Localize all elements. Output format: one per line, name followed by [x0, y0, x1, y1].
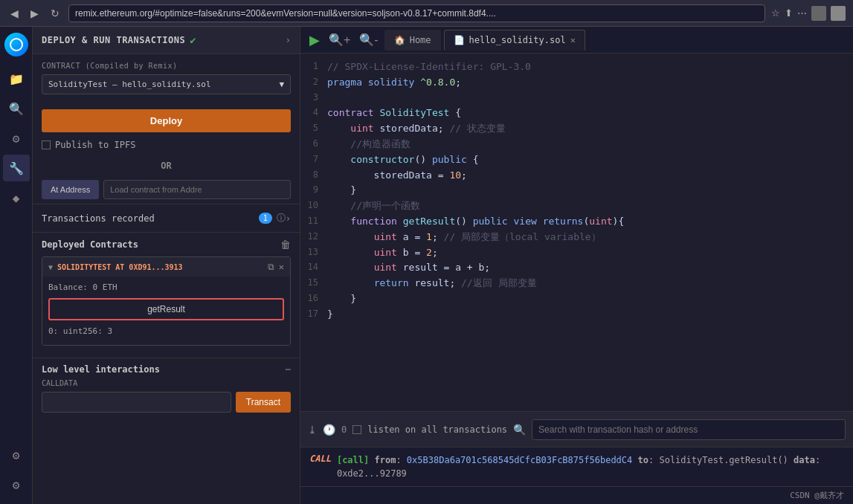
- terminal-search-icon[interactable]: 🔍: [513, 424, 526, 436]
- log-data-label: data:: [794, 455, 820, 465]
- sidebar-item-settings2[interactable]: ⚙: [3, 471, 30, 498]
- copy-icon[interactable]: ⧉: [268, 262, 274, 272]
- trash-icon[interactable]: 🗑: [280, 239, 291, 251]
- log-text: [call] from: 0x5B38Da6a701c568545dCfcB03…: [337, 453, 844, 480]
- csdn-badge: CSDN @戴齐才: [790, 490, 844, 501]
- icon-sidebar: 📁 🔍 ⚙ 🔧 ◆ ⚙ ⚙: [0, 27, 33, 504]
- transactions-badge: 1: [259, 213, 272, 224]
- terminal-down-button[interactable]: ⤓: [308, 424, 317, 436]
- log-entry: CALL [call] from: 0x5B38Da6a701c568545dC…: [309, 453, 844, 480]
- terminal-bar: ⤓ 🕐 0 listen on all transactions 🔍: [300, 411, 853, 447]
- code-line-12: 12 uint a = 1; // 局部变量（local variable）: [300, 230, 853, 245]
- sidebar-item-search[interactable]: 🔍: [3, 95, 30, 122]
- sidebar-item-deploy[interactable]: 🔧: [3, 155, 30, 181]
- contract-label: CONTRACT (Compiled by Remix): [42, 62, 291, 70]
- code-line-8: 8 storedData = 10;: [300, 168, 853, 184]
- sidebar-item-settings[interactable]: ⚙: [3, 442, 30, 468]
- expand-icon[interactable]: ›: [286, 35, 291, 45]
- terminal-clock-button[interactable]: 🕐: [323, 424, 335, 436]
- browser-bar: ◀ ▶ ↻ ☆ ⬆ ⋯: [0, 0, 853, 27]
- code-line-11: 11 function getResult() public view retu…: [300, 214, 853, 230]
- log-to-value: SolidityTest.getResult(): [659, 455, 788, 465]
- call-badge: CALL: [309, 453, 331, 464]
- code-line-4: 4 contract SolidityTest {: [300, 106, 853, 121]
- code-editor[interactable]: 1 // SPDX-License-Identifier: GPL-3.0 2 …: [300, 54, 853, 411]
- calldata-input[interactable]: [42, 392, 231, 413]
- deploy-panel-header: DEPLOY & RUN TRANSACTIONS ✔ ›: [33, 27, 300, 54]
- more-icon[interactable]: ⋯: [797, 7, 807, 19]
- listen-label: listen on all transactions: [367, 424, 507, 435]
- code-line-17: 17 }: [300, 307, 853, 323]
- publish-checkbox[interactable]: [42, 140, 51, 149]
- extension-icon: [831, 6, 846, 21]
- transact-button[interactable]: Transact: [236, 392, 291, 413]
- contract-select-value: SolidityTest – hello_solidity.sol: [48, 80, 211, 89]
- code-line-6: 6 //构造器函数: [300, 137, 853, 152]
- listen-checkbox[interactable]: [353, 425, 361, 434]
- getresult-button[interactable]: getResult: [48, 298, 284, 320]
- return-value: 0: uint256: 3: [48, 323, 284, 339]
- contract-body: Balance: 0 ETH getResult 0: uint256: 3: [42, 277, 290, 345]
- transact-row: Transact: [42, 392, 291, 413]
- nav-refresh-button[interactable]: ↻: [48, 6, 62, 21]
- contract-instance-name: SOLIDITYTEST AT 0XD91...3913: [57, 263, 263, 271]
- tab-close-icon[interactable]: ✕: [570, 35, 576, 45]
- contract-select[interactable]: SolidityTest – hello_solidity.sol ▼: [42, 74, 291, 94]
- bottom-status: CSDN @戴齐才: [300, 486, 853, 504]
- publish-label: Publish to IPFS: [55, 140, 135, 150]
- calldata-label: CALLDATA: [42, 379, 291, 387]
- run-button[interactable]: ▶: [306, 32, 323, 48]
- sidebar-item-plugin[interactable]: ◆: [3, 184, 30, 211]
- bookmark-icon[interactable]: ☆: [771, 7, 780, 19]
- code-line-7: 7 constructor() public {: [300, 152, 853, 168]
- main-layout: 📁 🔍 ⚙ 🔧 ◆ ⚙ ⚙ DEPLOY & RUN TRANSACTIONS …: [0, 27, 853, 504]
- code-line-5: 5 uint storedData; // 状态变量: [300, 121, 853, 137]
- low-level-section: Low level interactions ⋯ CALLDATA Transa…: [33, 358, 300, 419]
- code-line-10: 10 //声明一个函数: [300, 198, 853, 214]
- terminal-count: 0: [341, 424, 347, 435]
- editor-area: ▶ 🔍+ 🔍- 🏠 Home 📄 hello_solidity.sol ✕ 1 …: [300, 27, 853, 504]
- nav-back-button[interactable]: ◀: [7, 6, 22, 21]
- sidebar-item-compiler[interactable]: ⚙: [3, 125, 30, 152]
- transaction-log: CALL [call] from: 0x5B38Da6a701c568545dC…: [300, 447, 853, 486]
- load-contract-input[interactable]: [103, 180, 291, 199]
- close-icon[interactable]: ✕: [279, 262, 284, 272]
- contract-section: CONTRACT (Compiled by Remix) SolidityTes…: [33, 54, 300, 102]
- share-icon[interactable]: ⬆: [785, 7, 793, 19]
- transactions-bar[interactable]: Transactions recorded 1 ⓘ ›: [33, 204, 300, 233]
- low-level-info-icon[interactable]: ⋯: [286, 364, 291, 375]
- home-tab-icon: 🏠: [394, 35, 405, 45]
- file-tab-label: hello_solidity.sol: [469, 35, 566, 45]
- terminal-search-input[interactable]: [532, 419, 846, 440]
- log-data-value: 0xde2...92789: [337, 468, 407, 479]
- or-divider: OR: [33, 156, 300, 175]
- deployed-title: Deployed Contracts: [42, 239, 280, 250]
- remix-logo: [4, 33, 28, 56]
- code-line-1: 1 // SPDX-License-Identifier: GPL-3.0: [300, 59, 853, 75]
- tab-home[interactable]: 🏠 Home: [384, 30, 441, 51]
- deployed-section: Deployed Contracts 🗑 ▼ SOLIDITYTEST AT 0…: [33, 233, 300, 358]
- code-line-9: 9 }: [300, 183, 853, 198]
- deployed-header: Deployed Contracts 🗑: [42, 239, 291, 251]
- contract-instance-header: ▼ SOLIDITYTEST AT 0XD91...3913 ⧉ ✕: [42, 257, 290, 277]
- at-address-button[interactable]: At Address: [42, 180, 99, 199]
- info-icon[interactable]: ⓘ: [277, 212, 286, 224]
- zoom-out-button[interactable]: 🔍-: [356, 33, 381, 47]
- nav-forward-button[interactable]: ▶: [28, 6, 42, 21]
- low-level-title: Low level interactions: [42, 364, 286, 375]
- log-call-label: [call]: [337, 455, 369, 465]
- code-line-3: 3: [300, 91, 853, 106]
- chevron-down-icon[interactable]: ▼: [48, 263, 53, 271]
- code-line-15: 15 return result; //返回 局部变量: [300, 276, 853, 291]
- deploy-button[interactable]: Deploy: [42, 109, 291, 132]
- balance-label: Balance: 0 ETH: [48, 282, 284, 292]
- sidebar-item-files[interactable]: 📁: [3, 65, 30, 92]
- url-bar[interactable]: [68, 4, 765, 22]
- publish-row: Publish to IPFS: [33, 140, 300, 156]
- zoom-in-button[interactable]: 🔍+: [326, 33, 353, 47]
- chevron-right-icon: ›: [286, 213, 291, 224]
- code-line-13: 13 uint b = 2;: [300, 245, 853, 261]
- tab-file[interactable]: 📄 hello_solidity.sol ✕: [444, 30, 585, 51]
- contract-instance: ▼ SOLIDITYTEST AT 0XD91...3913 ⧉ ✕ Balan…: [42, 256, 291, 346]
- browser-icons: ☆ ⬆ ⋯: [771, 6, 846, 21]
